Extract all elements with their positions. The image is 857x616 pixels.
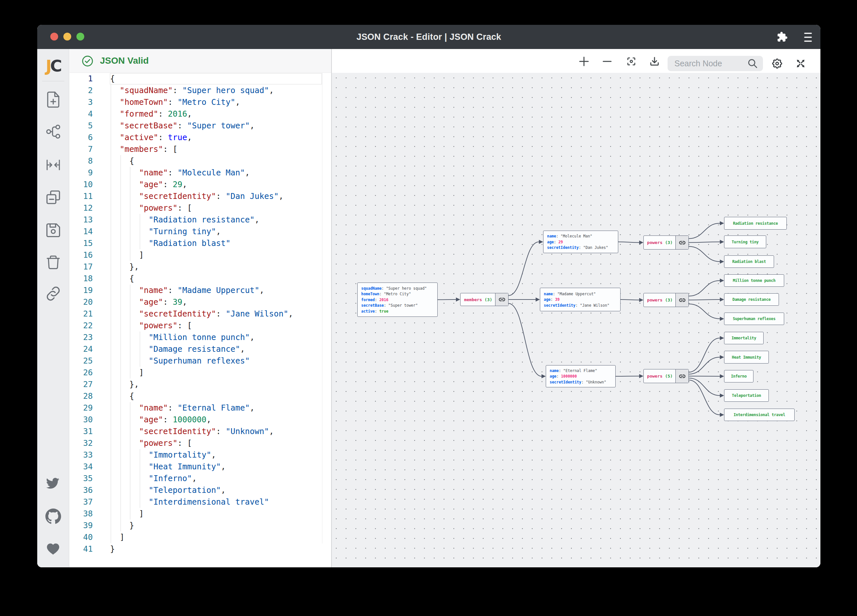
code-line-4[interactable]: 4"formed": 2016, <box>70 108 331 120</box>
sidebar-item-graph-view[interactable] <box>37 123 69 140</box>
code-line-16[interactable]: 16] <box>70 249 331 261</box>
graph-node-leaf-1[interactable]: Turning tiny <box>724 235 766 248</box>
code-token: "Inferno" <box>149 474 192 483</box>
code-line-7[interactable]: 7"members": [ <box>70 143 331 155</box>
code-line-27[interactable]: 27}, <box>70 379 331 390</box>
code-line-26[interactable]: 26] <box>70 367 331 379</box>
code-line-34[interactable]: 34"Heat Immunity", <box>70 461 331 473</box>
node-row: age: 1000000 <box>550 374 606 379</box>
graph-edge <box>689 358 720 374</box>
graph-node-leaf-8[interactable]: Inferno <box>724 370 753 382</box>
expand-link-icon[interactable] <box>495 293 508 306</box>
code-line-28[interactable]: 28{ <box>70 390 331 402</box>
code-line-29[interactable]: 29"name": "Eternal Flame", <box>70 402 331 414</box>
code-line-36[interactable]: 36"Teleportation", <box>70 484 331 496</box>
graph-node-member1[interactable]: name: "Molecule Man"age: 29secretIdentit… <box>543 231 618 253</box>
sidebar-item-new-document[interactable] <box>37 90 69 110</box>
code-line-24[interactable]: 24"Damage resistance", <box>70 343 331 355</box>
sidebar-item-clear[interactable] <box>37 189 69 206</box>
code-line-38[interactable]: 38] <box>70 508 331 520</box>
code-line-39[interactable]: 39} <box>70 520 331 531</box>
graph-node-leaf-6[interactable]: Immortality <box>724 332 764 344</box>
code-line-31[interactable]: 31"secretIdentity": "Unknown", <box>70 426 331 437</box>
indent-guide <box>111 285 111 296</box>
fullscreen-icon[interactable] <box>795 58 806 69</box>
code-area[interactable]: 1{2"squadName": "Super hero squad",3"hom… <box>70 73 331 567</box>
graph-node-leaf-5[interactable]: Superhuman reflexes <box>724 313 784 325</box>
graph-node-root[interactable]: squadName: "Super hero squad"homeTown: "… <box>357 283 438 317</box>
graph-node-leaf-3[interactable]: Million tonne punch <box>724 274 784 287</box>
expand-link-icon[interactable] <box>675 293 688 307</box>
focus-icon[interactable] <box>626 56 637 67</box>
indent-guide <box>121 261 121 273</box>
code-line-12[interactable]: 12"powers": [ <box>70 202 331 214</box>
graph-node-leaf-10[interactable]: Interdimensional travel <box>724 409 795 421</box>
graph-node-leaf-0[interactable]: Radiation resistance <box>724 217 787 230</box>
code-line-23[interactable]: 23"Million tonne punch", <box>70 331 331 343</box>
graph-node-member2[interactable]: name: "Madame Uppercut"age: 39secretIden… <box>540 288 620 311</box>
sidebar-item-twitter[interactable] <box>37 478 69 490</box>
sidebar-item-delete[interactable] <box>37 253 69 271</box>
code-line-3[interactable]: 3"homeTown": "Metro City", <box>70 96 331 108</box>
menu-icon[interactable] <box>804 32 812 42</box>
code-token: ] <box>139 368 144 377</box>
code-line-10[interactable]: 10"age": 29, <box>70 179 331 190</box>
code-text: "Million tonne punch", <box>149 331 255 343</box>
code-line-1[interactable]: 1{ <box>70 73 331 85</box>
code-line-20[interactable]: 20"age": 39, <box>70 296 331 308</box>
sidebar-item-save[interactable] <box>37 221 69 240</box>
node-value: "Dan Jukes" <box>583 245 608 250</box>
graph-node-powers2[interactable]: powers (3) <box>644 293 689 307</box>
zoom-out-button[interactable] <box>603 56 612 67</box>
graph-canvas[interactable]: squadName: "Super hero squad"homeTown: "… <box>332 73 820 567</box>
code-line-37[interactable]: 37"Interdimensional travel" <box>70 496 331 508</box>
indent-guide <box>140 484 140 496</box>
sidebar-item-center-view[interactable] <box>37 157 69 173</box>
download-icon[interactable] <box>649 56 660 67</box>
code-line-25[interactable]: 25"Superhuman reflexes" <box>70 355 331 367</box>
code-line-21[interactable]: 21"secretIdentity": "Jane Wilson", <box>70 308 331 320</box>
indent-guide <box>140 214 140 226</box>
search-icon[interactable] <box>747 57 758 69</box>
graph-node-member3[interactable]: name: "Eternal Flame"age: 1000000secretI… <box>546 365 616 387</box>
puzzle-icon[interactable] <box>777 31 788 43</box>
code-token: "Interdimensional travel" <box>149 497 269 506</box>
gear-icon[interactable] <box>771 57 783 70</box>
code-line-6[interactable]: 6"active": true, <box>70 132 331 143</box>
sidebar-item-sponsor[interactable] <box>37 542 69 555</box>
code-line-33[interactable]: 33"Immortality", <box>70 449 331 461</box>
node-label-text: powers <box>647 297 665 302</box>
code-line-14[interactable]: 14"Turning tiny", <box>70 226 331 237</box>
zoom-in-button[interactable] <box>579 56 589 67</box>
graph-node-members[interactable]: members (3) <box>460 293 509 306</box>
graph-node-leaf-9[interactable]: Teleportation <box>724 389 769 402</box>
sidebar-item-share-link[interactable] <box>37 285 69 303</box>
graph-node-leaf-4[interactable]: Damage resistance <box>724 293 779 306</box>
code-line-41[interactable]: 41} <box>70 543 331 555</box>
expand-link-icon[interactable] <box>675 236 688 249</box>
code-line-11[interactable]: 11"secretIdentity": "Dan Jukes", <box>70 190 331 202</box>
code-line-18[interactable]: 18{ <box>70 273 331 285</box>
code-line-5[interactable]: 5"secretBase": "Super tower", <box>70 120 331 132</box>
code-line-9[interactable]: 9"name": "Molecule Man", <box>70 167 331 179</box>
code-line-19[interactable]: 19"name": "Madame Uppercut", <box>70 285 331 296</box>
code-line-17[interactable]: 17}, <box>70 261 331 273</box>
code-line-30[interactable]: 30"age": 1000000, <box>70 414 331 426</box>
code-line-22[interactable]: 22"powers": [ <box>70 320 331 331</box>
expand-link-icon[interactable] <box>675 369 688 383</box>
app-logo[interactable]: JC <box>37 56 69 76</box>
graph-node-leaf-7[interactable]: Heat Immunity <box>724 351 769 364</box>
graph-node-powers1[interactable]: powers (3) <box>644 235 689 249</box>
code-line-32[interactable]: 32"powers": [ <box>70 437 331 449</box>
graph-node-leaf-2[interactable]: Radiation blast <box>724 255 774 268</box>
code-line-15[interactable]: 15"Radiation blast" <box>70 237 331 249</box>
code-line-2[interactable]: 2"squadName": "Super hero squad", <box>70 85 331 96</box>
code-line-35[interactable]: 35"Inferno", <box>70 473 331 484</box>
code-line-8[interactable]: 8{ <box>70 155 331 167</box>
node-child-count: (3) <box>665 240 673 245</box>
code-line-13[interactable]: 13"Radiation resistance", <box>70 214 331 226</box>
sidebar-item-github[interactable] <box>37 509 69 524</box>
graph-node-powers5[interactable]: powers (5) <box>644 369 689 383</box>
code-text: "powers": [ <box>139 202 192 214</box>
code-line-40[interactable]: 40] <box>70 531 331 543</box>
